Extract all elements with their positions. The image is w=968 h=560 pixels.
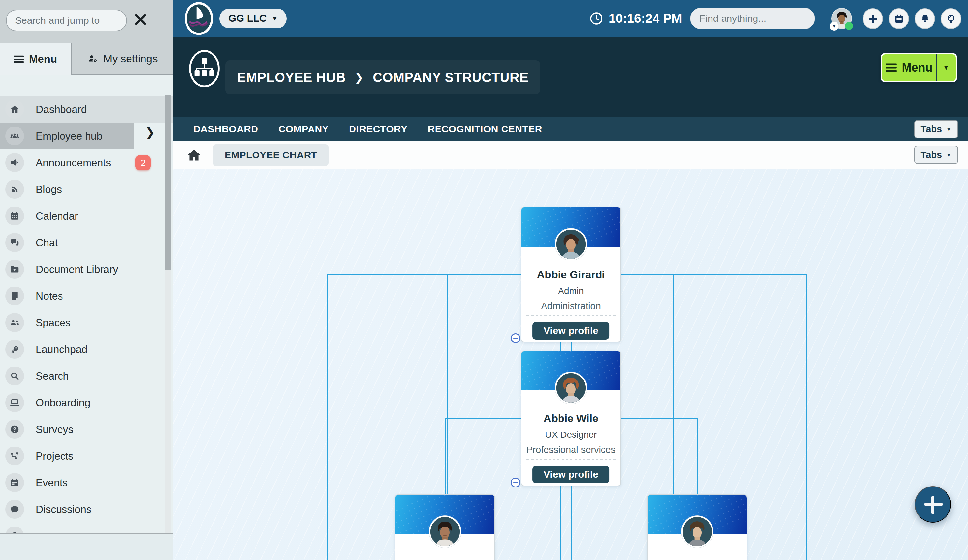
topbar: GG LLC ▼ 10:16:24 PM bbox=[173, 0, 968, 37]
page-menu-main[interactable]: Menu bbox=[882, 54, 936, 81]
sidebar-item-projects[interactable]: Projects bbox=[0, 443, 173, 469]
global-search-input[interactable] bbox=[690, 8, 815, 29]
page-header: EMPLOYEE HUB ❯ COMPANY STRUCTURE Menu ▼ bbox=[173, 37, 968, 117]
sidebar-item-label: Onboarding bbox=[36, 397, 90, 409]
sidebar-item-employee-hub[interactable]: Employee hub bbox=[0, 122, 134, 149]
employee-name: Abbie Girardi bbox=[521, 269, 620, 281]
employee-department: Administration bbox=[521, 301, 620, 312]
calendar-icon bbox=[893, 13, 905, 25]
avatar-caret-icon: ▼ bbox=[830, 22, 839, 31]
sidebar-item-dashboard[interactable]: Dashboard bbox=[0, 96, 173, 122]
sidebar-tabs: Menu My settings bbox=[0, 43, 173, 76]
employee-department: Professional services bbox=[521, 444, 620, 455]
tab-menu-label: Menu bbox=[29, 53, 57, 65]
sidebar-item-notes[interactable]: Notes bbox=[0, 282, 173, 309]
megaphone-icon bbox=[5, 153, 24, 172]
tabs-label: Tabs bbox=[921, 124, 942, 135]
breadcrumb: EMPLOYEE HUB ❯ COMPANY STRUCTURE bbox=[225, 61, 540, 94]
employee-chart-label: EMPLOYEE CHART bbox=[225, 150, 317, 161]
tab-menu[interactable]: Menu bbox=[0, 43, 71, 76]
sidebar-item-discussions[interactable]: Discussions bbox=[0, 496, 173, 523]
org-card-abbie-girardi: Abbie Girardi Admin Administration View … bbox=[521, 207, 621, 342]
chevron-right-icon[interactable]: ❯ bbox=[145, 126, 155, 139]
sidebar-scrollbar-thumb[interactable] bbox=[165, 95, 171, 270]
collapse-node-icon[interactable] bbox=[511, 333, 520, 343]
card-divider bbox=[526, 316, 616, 316]
sidebar-item-chat[interactable]: Chat bbox=[0, 229, 173, 256]
org-name: GG LLC bbox=[229, 13, 267, 25]
help-button[interactable] bbox=[941, 8, 961, 29]
calendar-button[interactable] bbox=[888, 8, 909, 29]
collapse-node-icon[interactable] bbox=[511, 478, 520, 487]
nav-directory[interactable]: DIRECTORY bbox=[349, 124, 408, 135]
org-switcher[interactable]: GG LLC ▼ bbox=[219, 9, 287, 28]
sidebar-item-label: Search bbox=[36, 370, 69, 382]
sidebar-item-label: Notes bbox=[36, 290, 63, 302]
sidebar-item-label: Projects bbox=[36, 450, 73, 462]
plus-icon bbox=[867, 13, 879, 25]
chevron-down-icon: ▼ bbox=[272, 16, 278, 21]
nav-dashboard[interactable]: DASHBOARD bbox=[193, 124, 259, 135]
nav-company[interactable]: COMPANY bbox=[278, 124, 329, 135]
page-menu-caret[interactable]: ▼ bbox=[937, 54, 956, 81]
sidebar-item-label: Surveys bbox=[36, 423, 73, 435]
sidebar-item-events[interactable]: Events bbox=[0, 469, 173, 496]
chevron-right-icon: ❯ bbox=[355, 71, 363, 84]
tabs-label: Tabs bbox=[921, 150, 942, 160]
sidebar-item-label: Spaces bbox=[36, 317, 71, 329]
breadcrumb-employee-hub[interactable]: EMPLOYEE HUB bbox=[237, 70, 346, 85]
employee-name: Abbie Wile bbox=[521, 412, 620, 425]
notifications-button[interactable] bbox=[915, 8, 935, 29]
blog-icon bbox=[5, 180, 24, 199]
page-menu-button[interactable]: Menu ▼ bbox=[881, 53, 957, 82]
chat-icon bbox=[5, 233, 24, 252]
org-card-partial-right bbox=[647, 494, 748, 560]
sidebar-item-label: Events bbox=[36, 477, 68, 489]
company-logo[interactable] bbox=[184, 2, 214, 35]
sidebar-item-document-library[interactable]: Document Library bbox=[0, 256, 173, 282]
tabs-dropdown-button-2[interactable]: Tabs ▼ bbox=[914, 146, 958, 164]
lightbulb-icon bbox=[946, 13, 956, 25]
user-gear-icon bbox=[87, 53, 98, 64]
clock-icon bbox=[589, 12, 603, 26]
nav-recognition-center[interactable]: RECOGNITION CENTER bbox=[428, 124, 542, 135]
sidebar-item-surveys[interactable]: Surveys bbox=[0, 416, 173, 443]
sidebar-item-label: Calendar bbox=[36, 210, 78, 222]
folder-plus-icon bbox=[5, 260, 24, 279]
home-icon[interactable] bbox=[187, 148, 201, 164]
tab-my-settings[interactable]: My settings bbox=[71, 43, 173, 76]
avatar bbox=[555, 228, 587, 260]
section-nav: DASHBOARD COMPANY DIRECTORY RECOGNITION … bbox=[173, 117, 968, 141]
sidebar-item-blogs[interactable]: Blogs bbox=[0, 176, 173, 203]
close-icon[interactable] bbox=[131, 10, 150, 29]
user-avatar[interactable]: ▼ bbox=[831, 8, 852, 29]
connector-line bbox=[806, 274, 807, 560]
sidebar-search bbox=[6, 10, 127, 31]
sidebar-search-input[interactable] bbox=[15, 15, 118, 26]
employee-chart-tab[interactable]: EMPLOYEE CHART bbox=[213, 144, 329, 166]
breadcrumb-company-structure: COMPANY STRUCTURE bbox=[373, 70, 529, 85]
sidebar-item-calendar[interactable]: Calendar bbox=[0, 203, 173, 229]
sidebar-item-label: Dashboard bbox=[36, 103, 87, 116]
sidebar-item-launchpad[interactable]: Launchpad bbox=[0, 336, 173, 363]
employee-role: Admin bbox=[521, 286, 620, 296]
app-root: Abbie Girardi Admin Administration View … bbox=[0, 0, 968, 560]
workflow-icon bbox=[5, 446, 24, 465]
sidebar-item-onboarding[interactable]: Onboarding bbox=[0, 389, 173, 416]
add-node-fab[interactable] bbox=[915, 486, 951, 523]
create-button[interactable] bbox=[862, 8, 883, 29]
view-profile-button[interactable]: View profile bbox=[532, 466, 609, 483]
avatar bbox=[429, 516, 461, 548]
speech-bubble-icon bbox=[5, 500, 24, 519]
people-group-icon bbox=[5, 127, 24, 145]
chevron-down-icon: ▼ bbox=[946, 152, 951, 157]
tabs-dropdown-button[interactable]: Tabs ▼ bbox=[914, 120, 958, 138]
sidebar-item-label: Blogs bbox=[36, 183, 62, 195]
sidebar-item-spaces[interactable]: Spaces bbox=[0, 309, 173, 336]
search-icon bbox=[5, 367, 24, 385]
sidebar-item-search[interactable]: Search bbox=[0, 363, 173, 389]
online-status-dot bbox=[845, 22, 853, 30]
view-profile-button[interactable]: View profile bbox=[532, 322, 609, 340]
global-search bbox=[690, 8, 815, 29]
users-icon bbox=[5, 313, 24, 332]
